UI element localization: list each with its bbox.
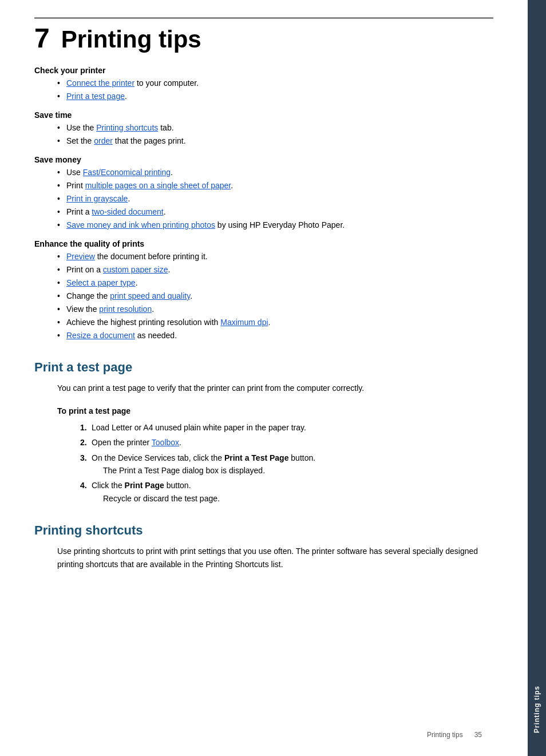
list-item: 2. Open the printer Toolbox. <box>80 436 493 449</box>
heading-enhance-quality: Enhance the quality of prints <box>34 239 493 248</box>
chapter-number: 7 <box>34 25 50 52</box>
list-item: Use the Printing shortcuts tab. <box>57 122 493 134</box>
list-item: Select a paper type. <box>57 277 493 289</box>
list-item: Use Fast/Economical printing. <box>57 167 493 179</box>
section-body-print-test-page: You can print a test page to verify that… <box>34 382 493 505</box>
section-title-printing-shortcuts: Printing shortcuts <box>34 523 493 538</box>
numbered-list-print-test-page: 1. Load Letter or A4 unused plain white … <box>57 421 493 505</box>
link-printing-shortcuts[interactable]: Printing shortcuts <box>96 123 158 132</box>
step-continuation: The Print a Test Page dialog box is disp… <box>92 464 493 477</box>
list-item: 4. Click the Print Page button. Recycle … <box>80 479 493 505</box>
link-toolbox[interactable]: Toolbox <box>152 438 179 447</box>
list-item: 1. Load Letter or A4 unused plain white … <box>80 421 493 434</box>
link-print-grayscale[interactable]: Print in grayscale <box>66 194 128 203</box>
list-item: Save money and ink when printing photos … <box>57 219 493 231</box>
step-number: 2. <box>80 436 87 449</box>
link-print-speed-quality[interactable]: print speed and quality <box>110 291 190 300</box>
link-multiple-pages[interactable]: multiple pages on a single sheet of pape… <box>85 181 231 190</box>
list-item: Print on a custom paper size. <box>57 264 493 276</box>
link-preview[interactable]: Preview <box>66 252 95 261</box>
list-item: Print a test page. <box>57 90 493 102</box>
link-custom-paper-size[interactable]: custom paper size <box>103 265 168 274</box>
top-border <box>34 17 493 19</box>
page-footer: Printing tips 35 <box>427 731 482 739</box>
list-check-printer: Connect the printer to your computer. Pr… <box>34 77 493 102</box>
bold-print-page-button: Print Page <box>125 481 164 490</box>
heading-check-printer: Check your printer <box>34 66 493 75</box>
list-item: View the print resolution. <box>57 303 493 315</box>
list-item: Print in grayscale. <box>57 193 493 205</box>
link-save-money-photos[interactable]: Save money and ink when printing photos <box>66 220 215 229</box>
list-enhance-quality: Preview the document before printing it.… <box>34 251 493 342</box>
list-item: Print multiple pages on a single sheet o… <box>57 180 493 192</box>
step-number: 3. <box>80 452 87 464</box>
link-print-test-page[interactable]: Print a test page <box>66 92 125 101</box>
footer-page-number: 35 <box>474 731 482 739</box>
link-print-resolution[interactable]: print resolution <box>99 304 152 314</box>
link-resize-document[interactable]: Resize a document <box>66 331 135 340</box>
section-title-print-test-page: Print a test page <box>34 360 493 375</box>
page-container: 7 Printing tips Check your printer Conne… <box>0 0 546 756</box>
list-item: Print a two-sided document. <box>57 206 493 218</box>
link-fast-economical[interactable]: Fast/Economical printing <box>83 168 171 177</box>
list-item: Change the print speed and quality. <box>57 290 493 302</box>
side-tab: Printing tips <box>528 0 546 756</box>
list-item: Set the order that the pages print. <box>57 135 493 147</box>
step-continuation: Recycle or discard the test page. <box>92 492 493 505</box>
side-tab-text: Printing tips <box>533 686 541 733</box>
heading-save-money: Save money <box>34 155 493 164</box>
link-two-sided[interactable]: two-sided document <box>92 207 163 216</box>
heading-save-time: Save time <box>34 110 493 120</box>
link-maximum-dpi[interactable]: Maximum dpi <box>220 318 268 327</box>
step-number: 4. <box>80 479 87 492</box>
list-item: Preview the document before printing it. <box>57 251 493 263</box>
step-number: 1. <box>80 421 87 434</box>
list-item: Achieve the highest printing resolution … <box>57 316 493 328</box>
printing-shortcuts-body: Use printing shortcuts to print with pri… <box>57 545 493 571</box>
link-order[interactable]: order <box>94 136 113 145</box>
footer-label: Printing tips <box>427 731 463 739</box>
link-select-paper-type[interactable]: Select a paper type <box>66 278 136 287</box>
sub-heading-to-print-test-page: To print a test page <box>57 405 493 417</box>
print-test-page-intro: You can print a test page to verify that… <box>57 382 493 394</box>
chapter-name: Printing tips <box>61 27 201 52</box>
list-save-time: Use the Printing shortcuts tab. Set the … <box>34 122 493 147</box>
list-save-money: Use Fast/Economical printing. Print mult… <box>34 167 493 231</box>
list-item: Connect the printer to your computer. <box>57 77 493 89</box>
list-item: 3. On the Device Services tab, click the… <box>80 452 493 477</box>
bold-print-test-page-button: Print a Test Page <box>224 453 289 462</box>
section-body-printing-shortcuts: Use printing shortcuts to print with pri… <box>34 545 493 571</box>
chapter-title: 7 Printing tips <box>34 25 493 52</box>
link-connect-printer[interactable]: Connect the printer <box>66 78 134 88</box>
list-item: Resize a document as needed. <box>57 330 493 342</box>
main-content: 7 Printing tips Check your printer Conne… <box>0 0 528 756</box>
